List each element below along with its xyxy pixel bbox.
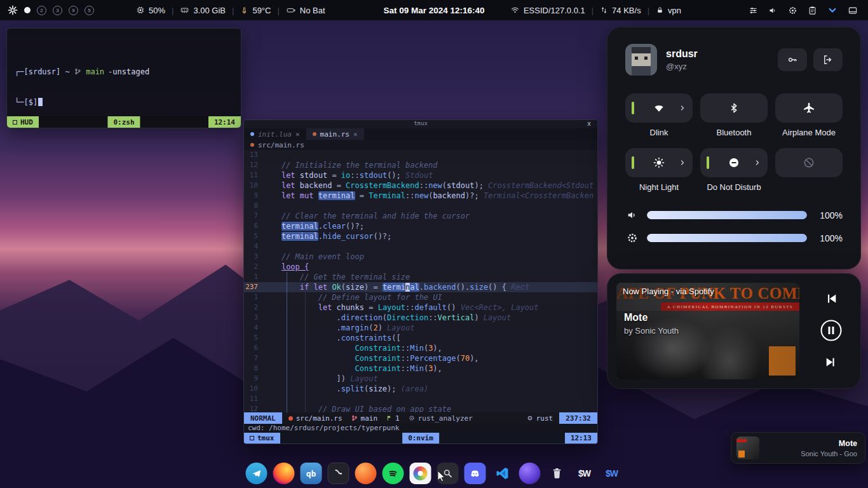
clock[interactable]: Sat 09 Mar 2024 12:16:40 <box>383 6 484 15</box>
prompt-line-2: └─[$] <box>15 97 233 107</box>
workspace-active-dot[interactable] <box>24 7 31 13</box>
indent-guide <box>287 272 287 412</box>
bluetooth-toggle[interactable] <box>700 93 768 123</box>
dock-item-photos[interactable] <box>410 463 431 484</box>
vim-mode-badge: NORMAL <box>244 412 282 424</box>
dock-item-discord[interactable] <box>465 463 486 484</box>
tab-label: init.lua <box>258 130 292 139</box>
dock-item-vscode[interactable] <box>492 463 513 484</box>
disabled-toggle[interactable] <box>775 148 843 177</box>
clipboard-icon[interactable] <box>808 6 817 15</box>
tab-init-lua[interactable]: init.lua × <box>244 128 306 140</box>
blank-label <box>775 182 843 193</box>
chevron-down-icon[interactable] <box>827 6 837 15</box>
bluetooth-cell: Bluetooth <box>700 93 768 138</box>
tmux-window-badge[interactable]: 0:nvim <box>402 433 439 444</box>
battery-icon <box>286 6 296 15</box>
dock-item-telegram[interactable] <box>246 463 268 484</box>
speaker-icon[interactable] <box>768 6 778 15</box>
temp-stat: 59°C <box>240 6 271 15</box>
tab-close-icon[interactable]: × <box>295 130 300 139</box>
ram-stat: 3.00 GiB <box>180 6 226 15</box>
media-notification[interactable]: Mote Sonic Youth - Goo <box>731 432 865 464</box>
zsh-window-badge[interactable]: 0:zsh <box>107 116 140 128</box>
dock-item-sw-blue[interactable]: $W <box>601 463 623 484</box>
speaker-icon <box>625 209 639 221</box>
network-speed-value: 74 KB/s <box>612 6 641 15</box>
wifi-icon <box>510 6 520 15</box>
dock-item-spotify[interactable] <box>383 463 404 484</box>
pause-button[interactable] <box>820 319 843 344</box>
rust-file-icon <box>250 143 254 147</box>
brightness-slider-row: 100% <box>625 232 843 244</box>
wifi-stat[interactable]: ESSID/127.0.0.1 <box>510 6 585 15</box>
workspace-indicator-1[interactable]: 2 <box>37 6 46 15</box>
battery-value: No Bat <box>300 6 325 15</box>
statusline-file: src/main.rs <box>288 414 342 423</box>
tab-label: main.rs <box>320 130 349 139</box>
ram-value: 3.00 GiB <box>193 6 226 15</box>
cpu-stat: 50% <box>136 6 165 15</box>
now-playing-header: Now Playing - via Spotify <box>623 287 714 296</box>
git-branch-icon <box>74 68 81 75</box>
workspace-indicator-2[interactable]: 3 <box>53 6 62 15</box>
statusline-filename: src/main.rs <box>296 414 342 423</box>
tmux-window-label: 0:nvim <box>408 434 433 442</box>
keyring-button[interactable] <box>778 48 807 71</box>
workspace-indicator-3[interactable]: 9 <box>69 6 78 15</box>
workspace-indicator-4[interactable]: 5 <box>85 6 94 15</box>
dock-item-purple-browser[interactable] <box>519 463 541 484</box>
sw-blue-icon: $W <box>606 468 618 478</box>
next-track-button[interactable] <box>824 355 839 371</box>
floating-terminal-window[interactable]: ┌─[srdusr] ~ main-unstaged └─[$] -- INSE… <box>6 28 241 128</box>
sw-white-icon: $W <box>578 468 590 478</box>
discord-icon <box>468 466 482 480</box>
distro-logo-icon[interactable] <box>8 5 18 15</box>
dock-item-firefox[interactable] <box>273 463 295 484</box>
hud-badge[interactable]: HUD <box>7 116 39 128</box>
dock-item-qutebrowser[interactable]: qb <box>301 463 322 484</box>
tab-main-rs[interactable]: main.rs × <box>306 128 364 140</box>
window-close-button[interactable]: x <box>587 120 591 127</box>
dock-item-orange-app[interactable] <box>355 463 377 484</box>
mixer-icon[interactable] <box>749 6 758 15</box>
gear-icon[interactable] <box>788 6 797 15</box>
airplane-mode-toggle[interactable] <box>775 93 843 123</box>
chevron-right-icon[interactable] <box>679 104 686 112</box>
statusline-filetype: rust <box>527 414 553 423</box>
pause-circle-icon <box>820 319 843 342</box>
dock-item-trash[interactable] <box>546 463 568 484</box>
chevron-right-icon[interactable] <box>754 159 761 166</box>
statusline-branch: main <box>351 414 378 423</box>
previous-track-button[interactable] <box>824 292 839 308</box>
vscode-icon <box>495 466 510 481</box>
tmux-editor-window[interactable]: tmux x init.lua × main.rs × src/main.rs … <box>243 119 598 444</box>
bluetooth-icon <box>728 102 740 114</box>
dock-item-terminal-app[interactable] <box>328 463 349 484</box>
night-light-cell: Night Light <box>625 148 693 193</box>
memory-icon <box>180 6 189 15</box>
airplane-cell: Airplane Mode <box>775 93 843 138</box>
do-not-disturb-toggle[interactable] <box>700 148 768 177</box>
dock-item-sw-white[interactable]: $W <box>574 463 595 484</box>
user-section: srdusr @xyz <box>625 44 843 76</box>
code-editor[interactable]: 1312 // Initialize the terminal backend1… <box>244 150 597 412</box>
tmux-status-bar: tmux 0:nvim 12:13 <box>244 433 597 444</box>
tab-close-icon[interactable]: × <box>353 130 358 139</box>
brightness-slider[interactable] <box>647 234 807 242</box>
rust-file-icon <box>313 132 316 136</box>
night-light-label: Night Light <box>625 182 693 193</box>
night-light-toggle[interactable] <box>625 148 693 177</box>
filetype-name: rust <box>536 414 553 423</box>
volume-slider[interactable] <box>647 211 807 219</box>
layout-tray-icon[interactable] <box>848 6 858 15</box>
logout-button[interactable] <box>813 48 843 71</box>
git-branch-icon <box>351 415 358 421</box>
track-title: Mote <box>624 312 648 323</box>
chevron-right-icon[interactable] <box>679 159 686 166</box>
tmux-session-badge[interactable]: tmux <box>244 433 280 444</box>
brightness-fill <box>647 234 807 242</box>
wifi-toggle[interactable] <box>625 93 693 123</box>
vpn-stat[interactable]: vpn <box>656 6 681 15</box>
avatar-pixel-art <box>625 44 657 76</box>
